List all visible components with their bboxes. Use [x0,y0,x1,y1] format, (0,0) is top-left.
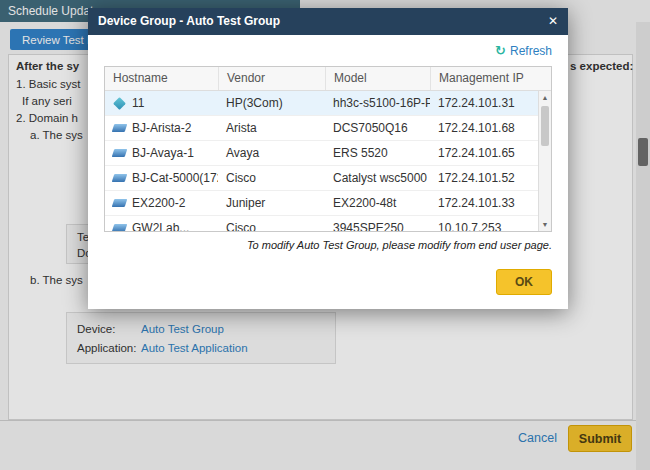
cell-model: EX2200-48t [325,191,430,215]
scroll-up-icon[interactable]: ▲ [539,91,551,104]
dialog-header: Device Group - Auto Test Group ✕ [88,8,568,35]
device-table-body-rows: 11 HP(3Com) hh3c-s5100-16P-PW... 172.24.… [105,91,538,231]
close-icon[interactable]: ✕ [548,8,558,35]
device-icon [112,124,128,132]
cell-vendor: Cisco [218,216,325,231]
cell-hostname: BJ-Cat-5000(172... [105,166,218,190]
dialog-body: ↻Refresh Hostname Vendor Model Managemen… [88,35,568,309]
cell-vendor: Cisco [218,166,325,190]
table-row[interactable]: GW2Lab... Cisco 3945SPE250 10.10.7.253 [105,216,538,231]
table-scrollbar-thumb[interactable] [541,106,549,146]
cell-hostname-text: BJ-Avaya-1 [132,141,194,165]
cell-model: DCS7050Q16 [325,116,430,140]
table-row[interactable]: BJ-Arista-2 Arista DCS7050Q16 172.24.101… [105,116,538,141]
cell-vendor: Juniper [218,191,325,215]
cell-hostname: GW2Lab... [105,216,218,231]
table-row[interactable]: BJ-Avaya-1 Avaya ERS 5520 172.24.101.65 [105,141,538,166]
cell-model: hh3c-s5100-16P-PW... [325,91,430,115]
device-group-dialog: Device Group - Auto Test Group ✕ ↻Refres… [88,8,568,309]
ok-row: OK [104,269,552,295]
cell-hostname: BJ-Arista-2 [105,116,218,140]
cell-hostname-text: 11 [132,91,144,115]
dialog-title: Device Group - Auto Test Group [98,8,280,35]
column-header-vendor[interactable]: Vendor [218,67,325,90]
cell-ip: 172.24.101.68 [430,116,538,140]
refresh-link[interactable]: ↻Refresh [495,44,552,58]
table-row[interactable]: EX2200-2 Juniper EX2200-48t 172.24.101.3… [105,191,538,216]
table-scrollbar-track[interactable]: ▲ ▼ [538,91,551,231]
cell-ip: 172.24.101.65 [430,141,538,165]
cell-hostname-text: BJ-Arista-2 [132,116,191,140]
table-row[interactable]: BJ-Cat-5000(172... Cisco Catalyst wsc500… [105,166,538,191]
device-icon [112,174,128,182]
device-table-header: Hostname Vendor Model Management IP [105,67,551,91]
refresh-label: Refresh [510,44,552,58]
cell-model: 3945SPE250 [325,216,430,231]
cell-ip: 10.10.7.253 [430,216,538,231]
refresh-row: ↻Refresh [104,43,552,58]
scroll-down-icon[interactable]: ▼ [539,218,551,231]
cell-vendor: HP(3Com) [218,91,325,115]
cell-model: Catalyst wsc5000 [325,166,430,190]
cell-vendor: Arista [218,116,325,140]
cell-hostname: 11 [105,91,218,115]
device-icon [112,199,128,207]
cell-hostname-text: EX2200-2 [132,191,185,215]
cell-hostname: BJ-Avaya-1 [105,141,218,165]
device-icon [112,224,128,231]
device-table-body: 11 HP(3Com) hh3c-s5100-16P-PW... 172.24.… [105,91,551,231]
column-header-model[interactable]: Model [325,67,430,90]
cell-ip: 172.24.101.52 [430,166,538,190]
cell-hostname-text: GW2Lab... [132,216,189,231]
device-icon [112,149,128,157]
cell-ip: 172.24.101.31 [430,91,538,115]
table-row[interactable]: 11 HP(3Com) hh3c-s5100-16P-PW... 172.24.… [105,91,538,116]
device-icon [113,97,126,110]
cell-vendor: Avaya [218,141,325,165]
column-header-management-ip[interactable]: Management IP [430,67,551,90]
ok-button[interactable]: OK [496,269,552,295]
column-header-hostname[interactable]: Hostname [105,67,218,90]
cell-hostname: EX2200-2 [105,191,218,215]
cell-hostname-text: BJ-Cat-5000(172... [132,166,218,190]
cell-model: ERS 5520 [325,141,430,165]
device-table: Hostname Vendor Model Management IP 11 H… [104,66,552,232]
modify-note: To modify Auto Test Group, please modify… [104,239,552,251]
refresh-icon: ↻ [495,43,506,58]
cell-ip: 172.24.101.33 [430,191,538,215]
